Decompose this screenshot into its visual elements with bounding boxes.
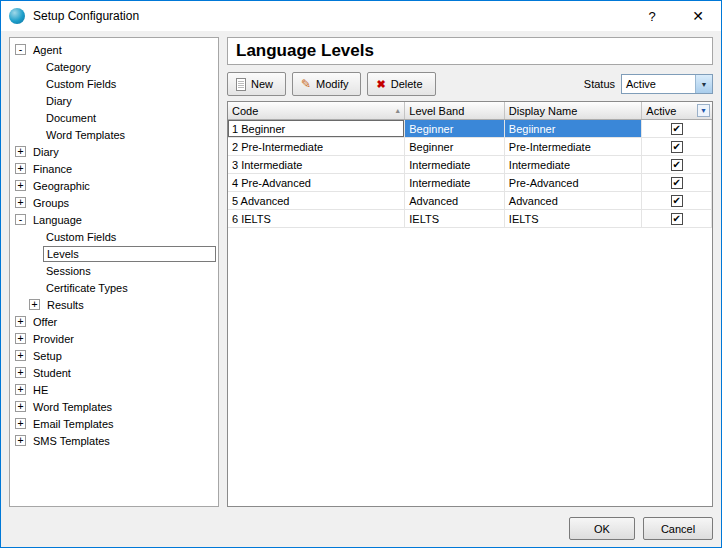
cell-active[interactable]: ✔ xyxy=(642,210,712,227)
active-checkbox-checked[interactable]: ✔ xyxy=(671,177,683,189)
column-header-label: Active xyxy=(646,105,676,117)
cell-level-band[interactable]: Intermediate xyxy=(405,174,505,191)
collapse-icon[interactable]: - xyxy=(15,44,26,55)
expand-icon[interactable]: + xyxy=(15,384,26,395)
cell-code[interactable]: 1 Beginner xyxy=(228,120,405,137)
column-header-label: Code xyxy=(232,105,258,117)
tree-item-label: Setup xyxy=(30,349,65,363)
column-header-level-band[interactable]: Level Band xyxy=(405,102,505,119)
tree-item-geographic[interactable]: + Geographic xyxy=(10,177,218,194)
cell-level-band[interactable]: IELTS xyxy=(405,210,505,227)
tree-item-language-custom-fields[interactable]: Custom Fields xyxy=(10,228,218,245)
tree-item-agent-document[interactable]: Document xyxy=(10,109,218,126)
table-row[interactable]: 6 IELTS IELTS IELTS ✔ xyxy=(228,210,712,228)
cell-display-name[interactable]: Pre-Intermediate xyxy=(505,138,642,155)
tree-item-language-certificate-types[interactable]: Certificate Types xyxy=(10,279,218,296)
expand-icon[interactable]: + xyxy=(15,146,26,157)
cell-code[interactable]: 5 Advanced xyxy=(228,192,405,209)
cell-display-name[interactable]: Advanced xyxy=(505,192,642,209)
new-button-label: New xyxy=(251,78,273,90)
expand-icon[interactable]: + xyxy=(15,333,26,344)
toolbar: New ✎ Modify ✖ Delete Status Active ▼ xyxy=(227,69,713,99)
cell-display-name[interactable]: IELTS xyxy=(505,210,642,227)
table-row[interactable]: 5 Advanced Advanced Advanced ✔ xyxy=(228,192,712,210)
tree-item-word-templates[interactable]: + Word Templates xyxy=(10,398,218,415)
expand-icon[interactable]: + xyxy=(15,367,26,378)
cell-code[interactable]: 6 IELTS xyxy=(228,210,405,227)
delete-button[interactable]: ✖ Delete xyxy=(367,72,435,96)
tree-item-provider[interactable]: + Provider xyxy=(10,330,218,347)
cell-active[interactable]: ✔ xyxy=(642,120,712,137)
tree-item-student[interactable]: + Student xyxy=(10,364,218,381)
collapse-icon[interactable]: - xyxy=(15,214,26,225)
modify-button[interactable]: ✎ Modify xyxy=(292,72,361,96)
tree-item-language-sessions[interactable]: Sessions xyxy=(10,262,218,279)
expand-icon[interactable]: + xyxy=(15,197,26,208)
table-row[interactable]: 1 Beginner Beginner Begiinner ✔ xyxy=(228,120,712,138)
close-button[interactable]: ✕ xyxy=(683,1,713,31)
tree-item-language-results[interactable]: + Results xyxy=(10,296,218,313)
pencil-icon: ✎ xyxy=(301,78,311,90)
cell-level-band[interactable]: Intermediate xyxy=(405,156,505,173)
check-icon: ✔ xyxy=(672,178,680,188)
cell-code[interactable]: 4 Pre-Advanced xyxy=(228,174,405,191)
table-row[interactable]: 4 Pre-Advanced Intermediate Pre-Advanced… xyxy=(228,174,712,192)
ok-button[interactable]: OK xyxy=(569,517,635,540)
filter-icon[interactable]: ▼ xyxy=(697,104,710,117)
table-row[interactable]: 2 Pre-Intermediate Beginner Pre-Intermed… xyxy=(228,138,712,156)
status-dropdown[interactable]: Active ▼ xyxy=(621,74,713,94)
expand-icon[interactable]: + xyxy=(15,316,26,327)
tree-item-language-levels[interactable]: Levels xyxy=(10,245,218,262)
active-checkbox-checked[interactable]: ✔ xyxy=(671,195,683,207)
tree-item-offer[interactable]: + Offer xyxy=(10,313,218,330)
tree-item-finance[interactable]: + Finance xyxy=(10,160,218,177)
tree-item-label: Groups xyxy=(30,196,72,210)
cell-level-band[interactable]: Beginner xyxy=(405,138,505,155)
tree-item-agent-diary[interactable]: Diary xyxy=(10,92,218,109)
tree-item-agent-custom-fields[interactable]: Custom Fields xyxy=(10,75,218,92)
table-row[interactable]: 3 Intermediate Intermediate Intermediate… xyxy=(228,156,712,174)
chevron-down-icon: ▼ xyxy=(695,75,712,93)
cell-code[interactable]: 3 Intermediate xyxy=(228,156,405,173)
active-checkbox-checked[interactable]: ✔ xyxy=(671,123,683,135)
expand-icon[interactable]: + xyxy=(15,435,26,446)
expand-icon[interactable]: + xyxy=(15,350,26,361)
cell-display-name[interactable]: Intermediate xyxy=(505,156,642,173)
new-button[interactable]: New xyxy=(227,72,286,96)
tree-item-diary[interactable]: + Diary xyxy=(10,143,218,160)
tree-item-agent-category[interactable]: Category xyxy=(10,58,218,75)
tree-item-label: Sessions xyxy=(43,264,94,278)
cell-level-band[interactable]: Advanced xyxy=(405,192,505,209)
cell-code[interactable]: 2 Pre-Intermediate xyxy=(228,138,405,155)
cell-level-band[interactable]: Beginner xyxy=(405,120,505,137)
active-checkbox-checked[interactable]: ✔ xyxy=(671,159,683,171)
column-header-code[interactable]: Code ▲ xyxy=(228,102,405,119)
tree-item-language[interactable]: - Language xyxy=(10,211,218,228)
help-button[interactable]: ? xyxy=(637,1,667,31)
expand-icon[interactable]: + xyxy=(15,163,26,174)
expand-icon[interactable]: + xyxy=(15,180,26,191)
active-checkbox-checked[interactable]: ✔ xyxy=(671,141,683,153)
tree-item-he[interactable]: + HE xyxy=(10,381,218,398)
column-header-display-name[interactable]: Display Name xyxy=(505,102,642,119)
tree-item-agent[interactable]: - Agent xyxy=(10,41,218,58)
cell-active[interactable]: ✔ xyxy=(642,138,712,155)
expand-icon[interactable]: + xyxy=(15,418,26,429)
tree-item-label: Results xyxy=(44,298,87,312)
cell-display-name[interactable]: Pre-Advanced xyxy=(505,174,642,191)
cancel-button[interactable]: Cancel xyxy=(643,517,713,540)
cell-active[interactable]: ✔ xyxy=(642,156,712,173)
column-header-active[interactable]: Active ▼ xyxy=(642,102,712,119)
expand-icon[interactable]: + xyxy=(29,299,40,310)
tree-item-setup[interactable]: + Setup xyxy=(10,347,218,364)
tree-item-groups[interactable]: + Groups xyxy=(10,194,218,211)
cell-active[interactable]: ✔ xyxy=(642,174,712,191)
cell-active[interactable]: ✔ xyxy=(642,192,712,209)
tree-item-sms-templates[interactable]: + SMS Templates xyxy=(10,432,218,449)
tree-item-email-templates[interactable]: + Email Templates xyxy=(10,415,218,432)
check-icon: ✔ xyxy=(672,142,680,152)
active-checkbox-checked[interactable]: ✔ xyxy=(671,213,683,225)
tree-item-agent-word-templates[interactable]: Word Templates xyxy=(10,126,218,143)
expand-icon[interactable]: + xyxy=(15,401,26,412)
cell-display-name[interactable]: Begiinner xyxy=(505,120,642,137)
